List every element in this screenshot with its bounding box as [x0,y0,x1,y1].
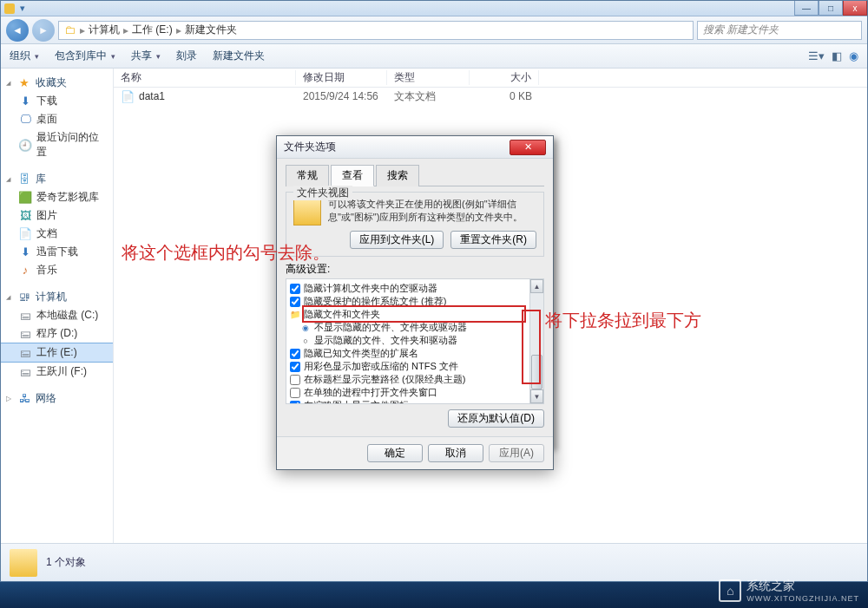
checkbox-hide-ext[interactable] [290,349,300,359]
crumb-folder[interactable]: 新建文件夹 [185,23,237,37]
sidebar: ★收藏夹 ⬇下载 🖵桌面 🕘最近访问的位置 🗄库 🟩爱奇艺影视库 🖼图片 📄文档… [1,69,114,543]
search-input[interactable]: 搜索 新建文件夹 [697,21,862,40]
organize-menu[interactable]: 组织 [10,49,39,63]
dialog-title: 文件夹选项 [284,140,336,154]
window-icon [4,3,15,14]
col-size[interactable]: 大小 [470,70,539,85]
sidebar-item-desktop[interactable]: 🖵桌面 [1,110,113,128]
title-dropdown-icon[interactable]: ▾ [20,3,25,14]
checkbox[interactable] [290,401,300,404]
sidebar-item-drive-e[interactable]: 🖴工作 (E:) [1,343,113,363]
tab-view[interactable]: 查看 [331,165,374,186]
annotation-right: 将下拉条拉到最下方 [545,309,701,332]
adv-item[interactable]: 隐藏计算机文件夹中的空驱动器 [288,282,528,295]
preview-pane-icon[interactable]: ◧ [832,49,842,62]
tab-search[interactable]: 搜索 [376,165,419,186]
dialog-title-bar[interactable]: 文件夹选项 ✕ [277,136,553,159]
checkbox[interactable] [290,284,300,294]
annotation-box-scrollbar [522,310,541,384]
close-button[interactable]: x [843,1,867,16]
col-name[interactable]: 名称 [114,70,296,85]
advanced-settings-list: 隐藏计算机文件夹中的空驱动器 隐藏受保护的操作系统文件 (推荐) 隐藏文件和文件… [286,278,544,404]
checkbox[interactable] [290,388,300,398]
checkbox[interactable] [290,362,300,372]
status-bar: 1 个对象 [1,543,867,581]
help-icon[interactable]: ◉ [849,49,858,62]
sidebar-item-documents[interactable]: 📄文档 [1,225,113,243]
sidebar-item-downloads[interactable]: ⬇下载 [1,92,113,110]
watermark-name: 系统之家 [746,579,795,592]
checkbox[interactable] [290,375,300,385]
sidebar-favorites[interactable]: ★收藏夹 [1,74,113,92]
new-folder-button[interactable]: 新建文件夹 [213,49,265,63]
ok-button[interactable]: 确定 [367,444,423,462]
restore-defaults-button[interactable]: 还原为默认值(D) [448,409,544,428]
crumb-drive[interactable]: 工作 (E:) [132,23,173,37]
folder-view-icon [293,198,321,226]
share-menu[interactable]: 共享 [131,49,161,63]
dialog-close-button[interactable]: ✕ [510,140,546,155]
adv-item[interactable]: 在单独的进程中打开文件夹窗口 [288,386,528,399]
sidebar-network[interactable]: 🖧网络 [1,389,113,408]
sidebar-computer[interactable]: 🖳计算机 [1,288,113,306]
maximize-button[interactable]: □ [819,1,843,16]
folder-icon: 🗀 [62,23,76,37]
adv-radio[interactable]: 不显示隐藏的文件、文件夹或驱动器 [288,321,528,334]
col-type[interactable]: 类型 [387,70,470,85]
checkbox[interactable] [290,297,300,307]
toolbar: 组织 包含到库中 共享 刻录 新建文件夹 ☰▾ ◧ ◉ [1,44,867,69]
adv-item[interactable]: 用彩色显示加密或压缩的 NTFS 文件 [288,360,528,373]
sidebar-item-drive-c[interactable]: 🖴本地磁盘 (C:) [1,306,113,324]
annotation-left: 将这个选框内的勾号去除。 [122,241,330,265]
watermark: ⌂ 系统之家 WWW.XITONGZHIJIA.NET [719,579,859,603]
sidebar-item-drive-f[interactable]: 🖴王跃川 (F:) [1,363,113,381]
apply-button[interactable]: 应用(A) [489,444,544,462]
adv-radio[interactable]: 显示隐藏的文件、文件夹和驱动器 [288,334,528,347]
file-row[interactable]: 📄data1 2015/9/24 14:56 文本文档 0 KB [114,88,867,105]
forward-button[interactable]: ► [32,19,55,42]
watermark-url: WWW.XITONGZHIJIA.NET [746,594,859,603]
sidebar-item-iqiyi[interactable]: 🟩爱奇艺影视库 [1,188,113,206]
nav-bar: ◄ ► 🗀 ▸ 计算机 ▸ 工作 (E:) ▸ 新建文件夹 搜索 新建文件夹 [1,16,867,44]
watermark-logo-icon: ⌂ [719,579,741,602]
folder-large-icon [10,549,37,577]
adv-item[interactable]: 在缩略图上显示文件图标 [288,399,528,403]
breadcrumb[interactable]: 🗀 ▸ 计算机 ▸ 工作 (E:) ▸ 新建文件夹 [58,21,694,40]
col-date[interactable]: 修改日期 [296,70,387,85]
reset-folders-button[interactable]: 重置文件夹(R) [450,231,536,249]
back-button[interactable]: ◄ [6,19,29,42]
crumb-computer[interactable]: 计算机 [89,23,120,37]
sidebar-item-pictures[interactable]: 🖼图片 [1,206,113,225]
minimize-button[interactable]: — [794,1,819,16]
sidebar-item-music[interactable]: ♪音乐 [1,261,113,279]
include-library-menu[interactable]: 包含到库中 [55,49,115,63]
file-icon: 📄 [121,89,135,103]
adv-item[interactable]: 在标题栏显示完整路径 (仅限经典主题) [288,373,528,386]
group-legend: 文件夹视图 [293,186,352,200]
column-headers[interactable]: 名称 修改日期 类型 大小 [114,69,867,88]
sidebar-item-recent[interactable]: 🕘最近访问的位置 [1,128,113,161]
group-description: 可以将该文件夹正在使用的视图(例如"详细信息"或"图标")应用到所有这种类型的文… [328,198,536,226]
scroll-down-button[interactable]: ▼ [530,389,543,403]
sidebar-libraries[interactable]: 🗄库 [1,170,113,188]
view-mode-icon[interactable]: ☰▾ [808,49,825,62]
cancel-button[interactable]: 取消 [428,444,483,462]
annotation-box-checkbox [302,305,526,323]
sidebar-item-drive-d[interactable]: 🖴程序 (D:) [1,324,113,343]
apply-to-folders-button[interactable]: 应用到文件夹(L) [350,231,444,249]
folder-options-dialog: 文件夹选项 ✕ 常规 查看 搜索 文件夹视图 可以将该文件夹正在使用的视图(例如… [276,135,554,470]
title-bar[interactable]: ▾ [1,1,867,16]
burn-button[interactable]: 刻录 [176,49,197,63]
status-text: 1 个对象 [46,555,86,570]
tab-general[interactable]: 常规 [286,165,329,186]
adv-item-hide-ext[interactable]: 隐藏已知文件类型的扩展名 [288,347,528,360]
sidebar-item-thunder[interactable]: ⬇迅雷下载 [1,243,113,261]
scroll-up-button[interactable]: ▲ [530,279,543,293]
